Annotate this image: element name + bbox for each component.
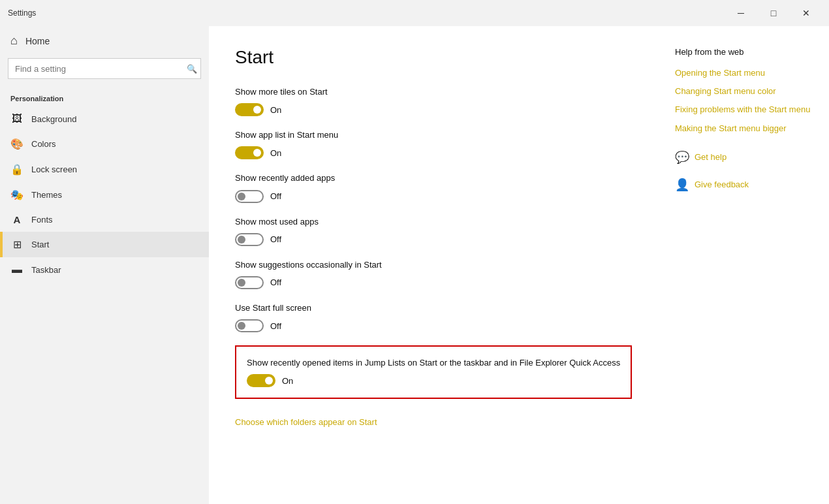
- help-title: Help from the web: [675, 47, 813, 57]
- themes-icon: 🎭: [10, 189, 23, 201]
- sidebar-item-themes-label: Themes: [31, 190, 62, 200]
- give-feedback-label: Give feedback: [695, 180, 749, 189]
- sidebar-item-background[interactable]: 🖼 Background: [0, 106, 209, 131]
- setting-app-list-label: Show app list in Start menu: [235, 129, 633, 141]
- help-link-0[interactable]: Opening the Start menu: [675, 67, 813, 79]
- toggle-more-tiles-status: On: [270, 105, 281, 115]
- sidebar-home[interactable]: ⌂ Home: [0, 26, 209, 55]
- help-panel: Help from the web Opening the Start menu…: [659, 26, 829, 504]
- get-help-icon: 💬: [675, 150, 689, 165]
- sidebar-item-background-label: Background: [31, 114, 76, 124]
- toggle-jump-lists-status: On: [282, 376, 293, 386]
- setting-app-list-row: On: [235, 146, 633, 159]
- setting-full-screen: Use Start full screen Off: [235, 302, 633, 332]
- sidebar-item-fonts-label: Fonts: [31, 215, 53, 225]
- background-icon: 🖼: [10, 113, 23, 125]
- setting-recently-added-label: Show recently added apps: [235, 172, 633, 184]
- give-feedback-icon: 👤: [675, 178, 689, 192]
- toggle-full-screen-status: Off: [270, 321, 281, 331]
- app-body: ⌂ Home 🔍 Personalization 🖼 Background 🎨 …: [0, 26, 829, 504]
- sidebar-item-taskbar[interactable]: ▬ Taskbar: [0, 257, 209, 282]
- start-icon: ⊞: [10, 238, 23, 251]
- sidebar-item-themes[interactable]: 🎭 Themes: [0, 182, 209, 208]
- maximize-button[interactable]: □: [759, 3, 789, 24]
- toggle-recently-added-knob: [238, 193, 245, 200]
- toggle-suggestions[interactable]: [235, 276, 264, 289]
- toggle-most-used[interactable]: [235, 233, 264, 246]
- lock-screen-icon: 🔒: [10, 163, 23, 176]
- setting-more-tiles-row: On: [235, 103, 633, 116]
- toggle-app-list-knob: [253, 149, 261, 157]
- setting-suggestions-row: Off: [235, 276, 633, 289]
- toggle-most-used-knob: [238, 236, 245, 244]
- give-feedback-action[interactable]: 👤 Give feedback: [675, 178, 813, 192]
- toggle-full-screen[interactable]: [235, 319, 264, 332]
- sidebar-item-colors-label: Colors: [31, 139, 56, 149]
- setting-more-tiles-label: Show more tiles on Start: [235, 86, 633, 98]
- sidebar-item-fonts[interactable]: A Fonts: [0, 208, 209, 232]
- setting-most-used: Show most used apps Off: [235, 216, 633, 246]
- setting-recently-added-row: Off: [235, 190, 633, 203]
- setting-most-used-row: Off: [235, 233, 633, 246]
- home-icon: ⌂: [10, 34, 18, 48]
- setting-full-screen-row: Off: [235, 319, 633, 332]
- toggle-most-used-status: Off: [270, 234, 281, 244]
- sidebar-item-start[interactable]: ⊞ Start: [0, 232, 209, 257]
- toggle-jump-lists[interactable]: [247, 374, 275, 387]
- sidebar-item-lock-screen-label: Lock screen: [31, 165, 77, 174]
- taskbar-icon: ▬: [10, 264, 23, 276]
- sidebar-item-start-label: Start: [31, 240, 49, 249]
- sidebar: ⌂ Home 🔍 Personalization 🖼 Background 🎨 …: [0, 26, 209, 504]
- search-button[interactable]: 🔍: [187, 64, 197, 74]
- toggle-recently-added[interactable]: [235, 190, 264, 203]
- colors-icon: 🎨: [10, 138, 23, 150]
- setting-app-list: Show app list in Start menu On: [235, 129, 633, 159]
- section-label: Personalization: [0, 89, 209, 106]
- page-title: Start: [235, 47, 633, 68]
- help-link-2[interactable]: Fixing problems with the Start menu: [675, 104, 813, 116]
- get-help-label: Get help: [695, 152, 727, 162]
- toggle-jump-lists-knob: [265, 377, 273, 385]
- main-content: Start Show more tiles on Start On Show a…: [209, 26, 659, 504]
- search-box: 🔍: [8, 58, 201, 79]
- toggle-recently-added-status: Off: [270, 191, 281, 201]
- setting-suggestions-label: Show suggestions occasionally in Start: [235, 259, 633, 271]
- fonts-icon: A: [10, 214, 23, 225]
- toggle-more-tiles[interactable]: [235, 103, 264, 116]
- close-button[interactable]: ✕: [791, 3, 821, 24]
- home-label: Home: [25, 36, 50, 46]
- minimize-button[interactable]: ─: [726, 3, 756, 24]
- setting-more-tiles: Show more tiles on Start On: [235, 86, 633, 116]
- toggle-suggestions-knob: [238, 279, 245, 287]
- toggle-app-list-status: On: [270, 148, 281, 158]
- help-link-3[interactable]: Making the Start menu bigger: [675, 123, 813, 134]
- setting-jump-lists-label: Show recently opened items in Jump Lists…: [247, 357, 620, 369]
- setting-suggestions: Show suggestions occasionally in Start O…: [235, 259, 633, 289]
- title-bar: Settings ─ □ ✕: [0, 0, 829, 26]
- window-controls: ─ □ ✕: [726, 3, 821, 24]
- setting-jump-lists-row: On: [247, 374, 620, 387]
- setting-recently-added: Show recently added apps Off: [235, 172, 633, 202]
- app-title: Settings: [8, 8, 36, 18]
- setting-most-used-label: Show most used apps: [235, 216, 633, 228]
- toggle-full-screen-knob: [238, 322, 245, 330]
- setting-full-screen-label: Use Start full screen: [235, 302, 633, 314]
- help-link-1[interactable]: Changing Start menu color: [675, 86, 813, 97]
- toggle-app-list[interactable]: [235, 146, 264, 159]
- sidebar-item-colors[interactable]: 🎨 Colors: [0, 131, 209, 157]
- toggle-suggestions-status: Off: [270, 277, 281, 287]
- toggle-more-tiles-knob: [253, 106, 261, 114]
- sidebar-item-taskbar-label: Taskbar: [31, 265, 61, 275]
- choose-folders-link[interactable]: Choose which folders appear on Start: [235, 417, 633, 427]
- sidebar-item-lock-screen[interactable]: 🔒 Lock screen: [0, 157, 209, 182]
- get-help-action[interactable]: 💬 Get help: [675, 150, 813, 165]
- search-input[interactable]: [8, 58, 201, 79]
- highlighted-jump-lists: Show recently opened items in Jump Lists…: [235, 345, 632, 399]
